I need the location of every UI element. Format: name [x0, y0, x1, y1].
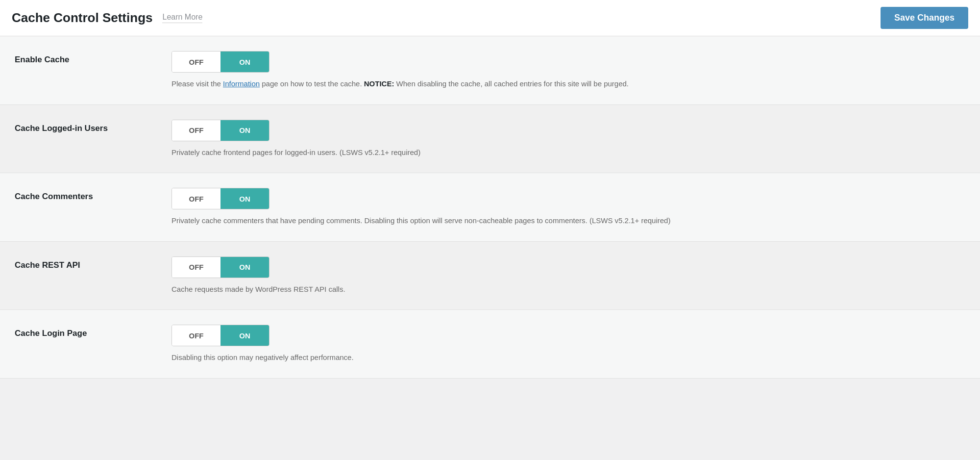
- setting-row-cache-logged-in-users: Cache Logged-in Users OFF ON Privately c…: [0, 105, 980, 174]
- toggle-cache-logged-in-users[interactable]: OFF ON: [172, 120, 270, 141]
- setting-content-enable-cache: OFF ON Please visit the Information page…: [172, 51, 965, 90]
- page-header: Cache Control Settings Learn More Save C…: [0, 0, 980, 36]
- setting-content-cache-rest-api: OFF ON Cache requests made by WordPress …: [172, 256, 965, 295]
- toggle-on-enable-cache: ON: [220, 51, 269, 72]
- toggle-on-cache-rest-api: ON: [220, 257, 269, 278]
- setting-description-enable-cache: Please visit the Information page on how…: [172, 78, 956, 90]
- toggle-off-cache-commenters: OFF: [172, 188, 220, 209]
- toggle-cache-commenters[interactable]: OFF ON: [172, 188, 270, 209]
- setting-row-cache-rest-api: Cache REST API OFF ON Cache requests mad…: [0, 242, 980, 310]
- setting-content-cache-commenters: OFF ON Privately cache commenters that h…: [172, 188, 965, 227]
- toggle-off-cache-logged-in-users: OFF: [172, 120, 220, 141]
- toggle-cache-login-page[interactable]: OFF ON: [172, 325, 270, 346]
- toggle-cache-rest-api[interactable]: OFF ON: [172, 256, 270, 278]
- settings-container: Enable Cache OFF ON Please visit the Inf…: [0, 36, 980, 379]
- setting-description-cache-login-page: Disabling this option may negatively aff…: [172, 352, 956, 363]
- page-wrapper: Cache Control Settings Learn More Save C…: [0, 0, 980, 460]
- setting-content-cache-login-page: OFF ON Disabling this option may negativ…: [172, 325, 965, 363]
- setting-label-cache-commenters: Cache Commenters: [15, 188, 172, 202]
- toggle-off-cache-login-page: OFF: [172, 325, 220, 346]
- toggle-on-cache-logged-in-users: ON: [220, 120, 269, 141]
- learn-more-link[interactable]: Learn More: [162, 13, 202, 23]
- toggle-enable-cache[interactable]: OFF ON: [172, 51, 270, 73]
- setting-row-cache-login-page: Cache Login Page OFF ON Disabling this o…: [0, 310, 980, 379]
- setting-row-enable-cache: Enable Cache OFF ON Please visit the Inf…: [0, 36, 980, 105]
- toggle-off-enable-cache: OFF: [172, 51, 220, 72]
- setting-description-cache-rest-api: Cache requests made by WordPress REST AP…: [172, 284, 956, 295]
- toggle-on-cache-login-page: ON: [220, 325, 269, 346]
- toggle-on-cache-commenters: ON: [220, 188, 269, 209]
- page-title: Cache Control Settings: [12, 10, 152, 26]
- setting-label-enable-cache: Enable Cache: [15, 51, 172, 65]
- header-left: Cache Control Settings Learn More: [12, 10, 202, 26]
- setting-content-cache-logged-in-users: OFF ON Privately cache frontend pages fo…: [172, 120, 965, 158]
- setting-label-cache-rest-api: Cache REST API: [15, 256, 172, 270]
- setting-label-cache-logged-in-users: Cache Logged-in Users: [15, 120, 172, 133]
- setting-row-cache-commenters: Cache Commenters OFF ON Privately cache …: [0, 173, 980, 242]
- setting-description-cache-logged-in-users: Privately cache frontend pages for logge…: [172, 147, 956, 158]
- save-changes-button[interactable]: Save Changes: [881, 7, 968, 29]
- setting-description-cache-commenters: Privately cache commenters that have pen…: [172, 215, 956, 227]
- toggle-off-cache-rest-api: OFF: [172, 257, 220, 278]
- setting-label-cache-login-page: Cache Login Page: [15, 325, 172, 338]
